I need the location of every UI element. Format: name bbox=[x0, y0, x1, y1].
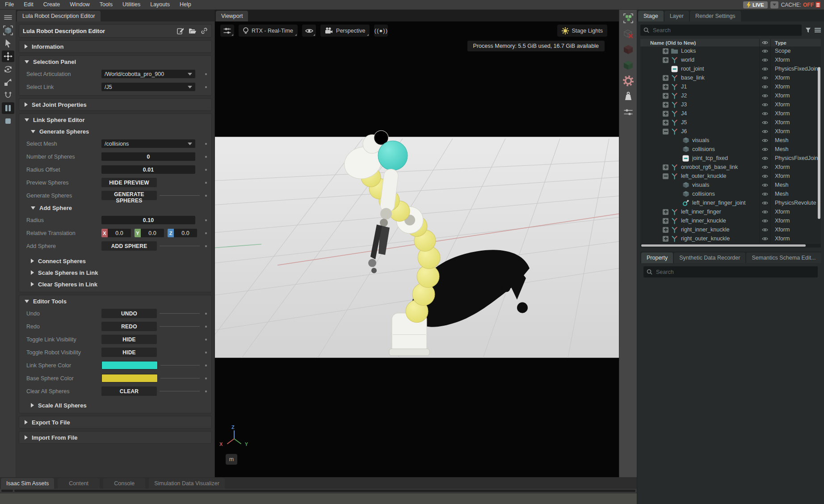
bottom-scrollbar[interactable] bbox=[0, 489, 637, 493]
visibility-eye-icon[interactable] bbox=[759, 154, 771, 163]
stage-horizontal-scrollbar[interactable] bbox=[640, 244, 821, 248]
delete-prim-button[interactable] bbox=[622, 28, 635, 40]
stage-tree-row[interactable]: visuals Mesh bbox=[640, 181, 821, 189]
menu-item[interactable]: Help bbox=[175, 0, 196, 9]
stage-tree-row[interactable]: collisions Mesh bbox=[640, 189, 821, 198]
toggle-link-visibility-button[interactable]: HIDE bbox=[101, 335, 157, 344]
expand-toggle-icon[interactable] bbox=[663, 93, 668, 99]
expand-toggle-icon[interactable] bbox=[663, 75, 668, 81]
visibility-eye-icon[interactable] bbox=[759, 207, 771, 216]
section-information[interactable]: Information bbox=[19, 41, 211, 52]
stage-tab[interactable]: Stage bbox=[638, 11, 664, 21]
filter-icon[interactable] bbox=[805, 27, 811, 33]
stage-vertical-scrollbar[interactable] bbox=[818, 67, 820, 219]
visibility-eye-icon[interactable] bbox=[759, 118, 771, 127]
visibility-eye-icon[interactable] bbox=[759, 198, 771, 207]
menu-item[interactable]: Edit bbox=[19, 0, 38, 9]
section-import-from-file[interactable]: Import From File bbox=[19, 432, 211, 443]
viewport-3d-canvas[interactable]: RTX - Real-Time Perspective bbox=[215, 21, 619, 477]
visibility-eye-icon[interactable] bbox=[759, 91, 771, 100]
section-connect-spheres[interactable]: Connect Spheres bbox=[19, 255, 211, 267]
select-tool-button[interactable] bbox=[2, 38, 14, 49]
bottom-tab[interactable]: Console bbox=[103, 478, 145, 489]
menu-item[interactable]: File bbox=[0, 0, 19, 9]
stage-search-input[interactable] bbox=[652, 27, 799, 34]
selection-mode-button[interactable] bbox=[2, 25, 14, 36]
visibility-eye-icon[interactable] bbox=[759, 73, 771, 82]
section-editor-tools[interactable]: Editor Tools bbox=[19, 295, 211, 307]
expand-toggle-icon[interactable] bbox=[663, 209, 668, 215]
renderer-button[interactable]: RTX - Real-Time bbox=[239, 25, 298, 37]
column-visibility-eye-icon[interactable] bbox=[759, 39, 771, 46]
render-cube-icon[interactable] bbox=[622, 59, 635, 71]
live-button[interactable]: LIVE bbox=[743, 1, 768, 8]
mesh-dropdown[interactable]: /collisions bbox=[101, 139, 195, 148]
stage-tree-row[interactable]: J2 Xform bbox=[640, 91, 821, 100]
stage-search-box[interactable] bbox=[640, 25, 802, 36]
expand-toggle-icon[interactable] bbox=[663, 164, 668, 170]
tab-viewport[interactable]: Viewport bbox=[216, 11, 248, 21]
menu-item[interactable]: Create bbox=[38, 0, 65, 9]
visibility-eye-icon[interactable] bbox=[759, 55, 771, 64]
hide-preview-button[interactable]: HIDE PREVIEW bbox=[101, 178, 157, 187]
stage-tree-row[interactable]: visuals Mesh bbox=[640, 136, 821, 145]
bottom-tab[interactable]: Content bbox=[58, 478, 100, 489]
mass-weight-icon[interactable] bbox=[622, 91, 635, 102]
expand-toggle-icon[interactable] bbox=[663, 129, 668, 134]
stage-tree-row[interactable]: onrobot_rg6_base_link Xform bbox=[640, 163, 821, 172]
radius-field[interactable]: 0.10 bbox=[101, 216, 195, 224]
visibility-eye-icon[interactable] bbox=[759, 136, 771, 145]
section-clear-spheres-in-link[interactable]: Clear Spheres in Link bbox=[19, 278, 211, 290]
section-generate-spheres[interactable]: Generate Spheres bbox=[19, 126, 211, 137]
property-tab[interactable]: Semantics Schema Edit... bbox=[746, 252, 821, 263]
clear-all-spheres-button[interactable]: CLEAR bbox=[101, 386, 157, 396]
generate-spheres-button[interactable]: GENERATE SPHERES bbox=[101, 191, 157, 200]
column-type[interactable]: Type bbox=[771, 40, 821, 46]
z-translation-field[interactable]: 0.0 bbox=[174, 229, 197, 237]
expand-toggle-icon[interactable] bbox=[663, 48, 668, 54]
stage-tree-row[interactable]: J4 Xform bbox=[640, 109, 821, 118]
toggle-robot-visibility-button[interactable]: HIDE bbox=[101, 348, 157, 357]
section-selection-panel[interactable]: Selection Panel bbox=[19, 56, 211, 67]
stop-button[interactable] bbox=[2, 115, 14, 127]
rotate-tool-button[interactable] bbox=[2, 63, 14, 75]
property-search-input[interactable] bbox=[655, 269, 815, 276]
open-folder-icon[interactable] bbox=[189, 28, 196, 34]
stage-lights-button[interactable]: Stage Lights bbox=[557, 25, 608, 37]
visibility-eye-icon[interactable] bbox=[759, 189, 771, 198]
stage-select-mode-button[interactable] bbox=[622, 13, 635, 24]
radius-offset-field[interactable]: 0.01 bbox=[101, 165, 195, 174]
link-dropdown[interactable]: /J5 bbox=[101, 83, 195, 91]
stage-tree-row[interactable]: left_outer_knuckle Xform bbox=[640, 172, 821, 181]
collision-cube-icon[interactable] bbox=[622, 44, 635, 55]
expand-toggle-icon[interactable] bbox=[663, 102, 668, 108]
visibility-eye-icon[interactable] bbox=[759, 163, 771, 172]
move-tool-button[interactable] bbox=[2, 50, 14, 62]
section-export-to-file[interactable]: Export To File bbox=[19, 416, 211, 428]
bottom-tab[interactable]: Simulation Data Visualizer bbox=[149, 478, 225, 489]
stage-tree-row[interactable]: left_inner_finger_joint PhysicsRevolute bbox=[640, 198, 821, 207]
stage-tab[interactable]: Render Settings bbox=[690, 11, 741, 21]
pause-button[interactable] bbox=[2, 102, 14, 114]
viewport-settings-button[interactable] bbox=[220, 25, 234, 37]
stage-tree-row[interactable]: Looks Scope bbox=[640, 46, 821, 55]
visibility-eye-icon[interactable] bbox=[759, 234, 771, 243]
property-tab[interactable]: Property bbox=[641, 252, 673, 263]
visibility-eye-icon[interactable] bbox=[759, 109, 771, 118]
x-translation-field[interactable]: 0.0 bbox=[108, 229, 131, 237]
visibility-eye-icon[interactable] bbox=[759, 172, 771, 181]
bottom-tab[interactable]: Isaac Sim Assets bbox=[1, 478, 54, 489]
section-scale-spheres-in-link[interactable]: Scale Spheres in Link bbox=[19, 267, 211, 278]
redo-button[interactable]: REDO bbox=[101, 322, 157, 331]
base-sphere-color-swatch[interactable] bbox=[101, 374, 158, 382]
stage-tree-row[interactable]: right_inner_knuckle Xform bbox=[640, 225, 821, 234]
expand-toggle-icon[interactable] bbox=[663, 173, 668, 179]
live-sync-icon-button[interactable]: ((●)) bbox=[374, 25, 388, 37]
expand-toggle-icon[interactable] bbox=[663, 84, 668, 90]
link-sphere-color-swatch[interactable] bbox=[101, 361, 158, 370]
stage-tree-row[interactable]: J6 Xform bbox=[640, 127, 821, 136]
column-name[interactable]: Name (Old to New) bbox=[640, 40, 759, 46]
number-of-spheres-field[interactable]: 0 bbox=[101, 152, 195, 161]
stage-tree-row[interactable]: left_inner_knuckle Xform bbox=[640, 216, 821, 225]
link-icon[interactable] bbox=[201, 27, 208, 34]
